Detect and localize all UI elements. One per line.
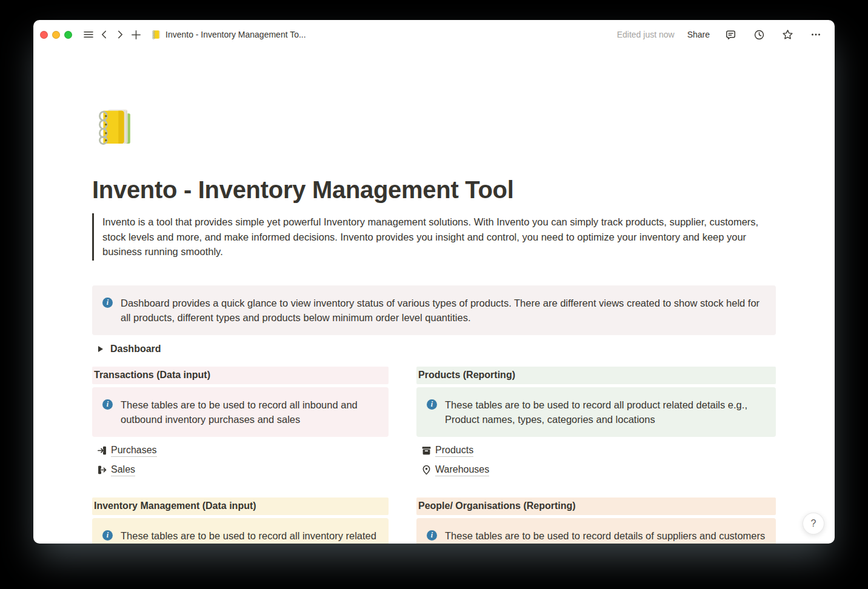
page-title[interactable]: Invento - Inventory Management Tool	[92, 175, 776, 205]
back-button[interactable]	[96, 27, 112, 42]
section-header-products: Products (Reporting)	[416, 367, 776, 384]
page-link-warehouses[interactable]: Warehouses	[416, 463, 776, 478]
people-organisations-callout-text: These tables are to be used to record de…	[445, 528, 765, 544]
exit-icon	[97, 465, 107, 475]
info-icon: i	[427, 530, 437, 541]
page-link-sales[interactable]: Sales	[92, 463, 389, 478]
transactions-links: Purchases Sales	[92, 444, 389, 478]
link-label[interactable]: Warehouses	[435, 464, 489, 476]
help-button[interactable]: ?	[803, 513, 824, 534]
archive-box-icon	[421, 445, 432, 456]
transactions-column: Transactions (Data input) i These tables…	[92, 367, 389, 482]
traffic-lights	[40, 31, 72, 39]
link-label[interactable]: Purchases	[111, 445, 157, 457]
page-link-products[interactable]: Products	[416, 444, 776, 458]
forward-button[interactable]	[112, 27, 128, 42]
page-icon-notebook[interactable]	[92, 104, 139, 151]
location-pin-icon	[421, 465, 432, 475]
updates-clock-icon[interactable]	[751, 27, 767, 42]
titlebar: Invento - Inventory Management To... Edi…	[33, 20, 835, 49]
titlebar-actions: Edited just now Share	[617, 27, 824, 42]
page-content: Invento - Inventory Management Tool Inve…	[33, 104, 835, 544]
products-column: Products (Reporting) i These tables are …	[416, 367, 776, 482]
dashboard-callout[interactable]: i Dashboard provides a quick glance to v…	[92, 285, 776, 335]
section-title: Transactions (Data input)	[94, 370, 210, 381]
close-window-button[interactable]	[40, 31, 48, 39]
transactions-callout[interactable]: i These tables are to be used to record …	[92, 387, 389, 437]
section-title: Products (Reporting)	[418, 370, 515, 381]
zoom-window-button[interactable]	[64, 31, 72, 39]
enter-icon	[97, 445, 107, 456]
favorite-star-icon[interactable]	[780, 27, 795, 42]
intro-quote-text: Invento is a tool that provides simple y…	[102, 216, 758, 257]
info-icon: i	[427, 399, 437, 410]
inventory-management-column: Inventory Management (Data input) i Thes…	[92, 497, 389, 544]
people-organisations-column: People/ Organisations (Reporting) i Thes…	[416, 497, 776, 544]
comments-icon[interactable]	[723, 27, 738, 42]
link-label[interactable]: Products	[435, 445, 473, 457]
info-icon: i	[102, 399, 113, 410]
products-callout[interactable]: i These tables are to be used to record …	[416, 387, 776, 437]
link-label[interactable]: Sales	[111, 464, 135, 476]
dashboard-callout-text: Dashboard provides a quick glance to vie…	[121, 296, 766, 325]
columns-row-1: Transactions (Data input) i These tables…	[92, 367, 776, 482]
page-link-purchases[interactable]: Purchases	[92, 444, 389, 458]
section-header-people-organisations: People/ Organisations (Reporting)	[416, 497, 776, 515]
people-organisations-callout[interactable]: i These tables are to be used to record …	[416, 518, 776, 544]
dashboard-toggle-label[interactable]: Dashboard	[110, 344, 161, 354]
info-icon: i	[102, 530, 113, 541]
new-tab-button[interactable]	[128, 27, 144, 42]
edited-status: Edited just now	[617, 30, 675, 39]
tab-title[interactable]: Invento - Inventory Management To...	[165, 30, 306, 39]
more-options-icon[interactable]	[808, 27, 824, 42]
products-links: Products Warehouses	[416, 444, 776, 478]
inventory-management-callout[interactable]: i These tables are to be used to record …	[92, 518, 389, 544]
app-window: Invento - Inventory Management To... Edi…	[33, 20, 835, 544]
inventory-management-callout-text: These tables are to be used to record al…	[121, 528, 379, 544]
toggle-triangle-icon[interactable]	[98, 346, 103, 352]
notebook-emoji-icon	[151, 29, 162, 40]
info-icon: i	[102, 298, 113, 308]
section-header-transactions: Transactions (Data input)	[92, 367, 389, 384]
transactions-callout-text: These tables are to be used to record al…	[121, 398, 379, 427]
dashboard-toggle[interactable]: Dashboard	[92, 342, 776, 356]
sidebar-menu-icon[interactable]	[81, 27, 96, 42]
intro-quote[interactable]: Invento is a tool that provides simple y…	[92, 213, 776, 261]
section-header-inventory-management: Inventory Management (Data input)	[92, 497, 389, 515]
minimize-window-button[interactable]	[52, 31, 60, 39]
share-button[interactable]: Share	[687, 30, 710, 39]
section-title: Inventory Management (Data input)	[94, 501, 256, 511]
products-callout-text: These tables are to be used to record al…	[445, 398, 766, 427]
columns-row-2: Inventory Management (Data input) i Thes…	[92, 497, 776, 544]
section-title: People/ Organisations (Reporting)	[418, 501, 576, 511]
desktop-background: Invento - Inventory Management To... Edi…	[0, 0, 868, 589]
